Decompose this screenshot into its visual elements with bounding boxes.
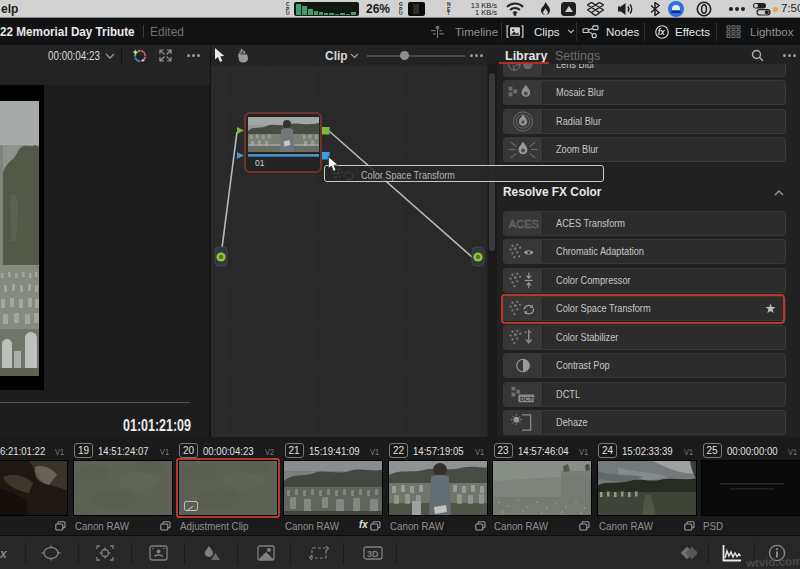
svg-text:3D: 3D	[367, 549, 379, 559]
svg-text:x: x	[0, 547, 8, 561]
svg-text:fx: fx	[658, 27, 666, 36]
svg-text:01: 01	[255, 158, 265, 168]
svg-text:ACES: ACES	[509, 218, 539, 230]
svg-text:DCTL: DCTL	[520, 394, 537, 401]
